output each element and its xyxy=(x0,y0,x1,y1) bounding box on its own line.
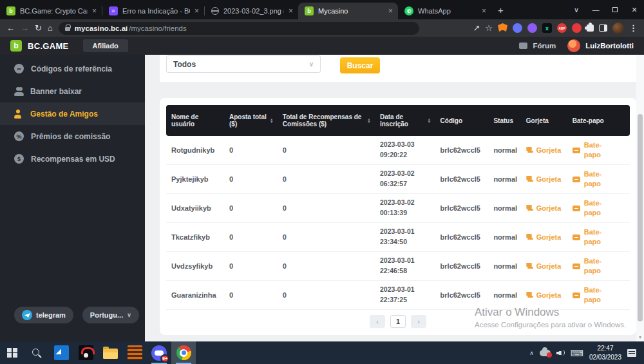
taskbar-app-blue[interactable] xyxy=(49,341,73,364)
keyboard-icon[interactable]: ⌨ xyxy=(571,349,583,358)
taskbar-app-dark[interactable] xyxy=(73,341,98,364)
extensions-puzzle-icon[interactable] xyxy=(587,24,594,32)
telegram-button[interactable]: telegram xyxy=(14,307,73,323)
tip-action[interactable]: Gorjeta xyxy=(521,233,567,241)
chat-action[interactable]: Bate-papo xyxy=(567,169,630,189)
scrollbar-thumb[interactable] xyxy=(638,114,643,321)
purple-extension-icon[interactable] xyxy=(527,23,537,33)
sort-icon[interactable]: ▴▾ xyxy=(270,118,272,123)
close-window-button[interactable]: × xyxy=(625,0,644,19)
language-selector[interactable]: Portugu... ∨ xyxy=(82,307,139,323)
pagination-current-page[interactable]: 1 xyxy=(390,315,406,328)
home-icon[interactable]: ⌂ xyxy=(48,24,53,32)
bcgame-logo[interactable]: b xyxy=(10,40,22,52)
tab-search-chevron-icon[interactable]: ∨ xyxy=(567,0,586,19)
back-icon[interactable]: ← xyxy=(6,24,15,32)
taskbar-search-button[interactable] xyxy=(24,341,49,364)
show-hidden-icons-chevron[interactable]: ∧ xyxy=(529,350,534,356)
tab-close-icon[interactable]: × xyxy=(388,6,393,15)
share-icon[interactable]: ↗ xyxy=(473,24,480,32)
address-bar[interactable]: mycasino.bc.ai/mycasino/friends xyxy=(59,22,419,35)
cell-code: brlc62wccl5 xyxy=(435,233,489,241)
maximize-button[interactable] xyxy=(605,0,625,19)
cell-status: normal xyxy=(488,175,520,183)
new-tab-button[interactable]: + xyxy=(498,5,504,15)
action-center-icon[interactable] xyxy=(627,349,636,357)
tip-action[interactable]: Gorjeta xyxy=(521,291,567,299)
tip-action[interactable]: Gorjeta xyxy=(521,146,567,154)
taskbar-file-explorer[interactable] xyxy=(98,341,122,364)
tab-bcgame-casino[interactable]: b BC.Game: Crypto Casino Gan × xyxy=(0,3,102,19)
chat-action[interactable]: Bate-papo xyxy=(567,227,630,247)
sidebar-item-usd-rewards[interactable]: $ Recompensas em USD xyxy=(0,148,145,170)
tip-action[interactable]: Gorjeta xyxy=(521,262,567,270)
screen: b BC.Game: Crypto Casino Gan × ≡ Erro na… xyxy=(0,0,644,364)
brand-name[interactable]: BC.GAME xyxy=(28,41,69,51)
tab-close-icon[interactable]: × xyxy=(482,6,486,15)
user-name[interactable]: LuizBortolotti xyxy=(585,42,634,50)
tab-mycasino-active[interactable]: b Mycasino × xyxy=(298,3,398,19)
pagination-next-button[interactable]: › xyxy=(411,315,426,328)
start-button[interactable] xyxy=(0,341,24,364)
taskbar-chrome[interactable] xyxy=(171,341,196,364)
browser-profile-avatar[interactable] xyxy=(612,23,624,34)
pagination: ‹ 1 › xyxy=(160,315,636,328)
tip-action[interactable]: Gorjeta xyxy=(521,175,567,183)
cell-status: normal xyxy=(488,291,520,299)
tab-close-icon[interactable]: × xyxy=(194,6,199,15)
adblock-extension-icon[interactable]: ABP xyxy=(557,23,567,33)
chat-action[interactable]: Bate-papo xyxy=(567,140,630,160)
user-avatar[interactable] xyxy=(567,39,580,52)
sidebar-item-commission-rewards[interactable]: % Prêmios de comissão xyxy=(0,125,145,148)
affiliate-tab[interactable]: Afiliado xyxy=(83,39,128,52)
sidebar-item-banner-download[interactable]: Banner baixar xyxy=(0,80,145,102)
x-extension-icon[interactable]: x xyxy=(542,23,552,33)
search-button[interactable]: Buscar xyxy=(340,57,380,73)
sort-icon[interactable]: ▴▾ xyxy=(428,118,430,123)
chat-action[interactable]: Bate-papo xyxy=(567,256,630,276)
cell-status: normal xyxy=(488,146,520,154)
tab-png-image[interactable]: 2023-03-02_3.png (1024×76 × xyxy=(205,3,298,19)
sidebar-item-friends-management[interactable]: Gestão de Amigos xyxy=(0,102,145,125)
browser-menu-icon[interactable]: ⋮ xyxy=(629,23,638,33)
clock-date: 02/03/2023 xyxy=(589,354,621,361)
cell-username: Uvdzsyfikyb xyxy=(166,262,224,270)
volume-icon[interactable] xyxy=(556,349,565,356)
bookmark-star-icon[interactable]: ☆ xyxy=(485,24,493,32)
chat-action[interactable]: Bate-papo xyxy=(567,285,630,305)
sort-icon[interactable]: ▴▾ xyxy=(368,118,370,123)
minimize-button[interactable]: — xyxy=(586,0,605,19)
page-scrollbar[interactable]: ▾ xyxy=(636,55,644,341)
friend-type-select[interactable]: Todos ∨ xyxy=(166,55,321,73)
cell-status: normal xyxy=(488,233,520,241)
cell-commission-rewards: 0 xyxy=(278,204,375,212)
col-status: Status xyxy=(488,117,520,124)
tab-close-icon[interactable]: × xyxy=(92,6,97,15)
telegram-label: telegram xyxy=(36,311,66,319)
reload-icon[interactable]: ↻ xyxy=(35,24,42,32)
bcgame-favicon: b xyxy=(305,6,314,15)
taskbar-clock[interactable]: 22:47 02/03/2023 xyxy=(589,344,621,361)
tab-close-icon[interactable]: × xyxy=(289,6,293,15)
cloud-sync-icon[interactable] xyxy=(540,350,551,356)
url-path: /mycasino/friends xyxy=(129,24,186,32)
forward-icon[interactable]: → xyxy=(21,24,29,32)
taskbar-app-striped[interactable] xyxy=(122,341,147,364)
sidebar-item-referral-codes[interactable]: ∞ Códigos de referência xyxy=(0,57,145,80)
whatsapp-favicon: ✆ xyxy=(404,6,413,15)
chat-action[interactable]: Bate-papo xyxy=(567,198,630,218)
metamask-extension-icon[interactable] xyxy=(498,23,507,33)
pagination-prev-button[interactable]: ‹ xyxy=(370,315,385,328)
cell-code: brlc62wccl5 xyxy=(435,262,489,270)
scrollbar-down-arrow[interactable]: ▾ xyxy=(636,334,644,340)
col-commission-rewards: Total de Recompensas de Comissões ($) ▴▾ xyxy=(278,113,375,128)
tab-whatsapp[interactable]: ✆ WhatsApp × xyxy=(398,3,491,19)
tab-erro-indicacao[interactable]: ≡ Erro na Indicação - BC.Game × xyxy=(102,3,204,19)
blue-extension-icon[interactable] xyxy=(513,23,522,33)
side-panel-icon[interactable] xyxy=(599,24,607,32)
forum-link[interactable]: Fórum xyxy=(533,42,556,50)
tip-action[interactable]: Gorjeta xyxy=(521,204,567,212)
cell-username: Rotgudnikyb xyxy=(166,146,224,154)
taskbar-discord[interactable]: 9+ xyxy=(147,341,171,364)
red-extension-icon[interactable] xyxy=(572,23,582,33)
